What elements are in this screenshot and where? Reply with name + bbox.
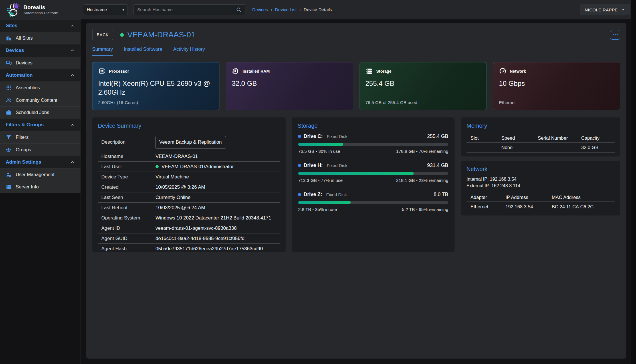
drive-z-remaining: 5.2 TB - 65% remaining (402, 207, 448, 212)
drive-z-row: Drive Z: Fixed Disk 8.0 TB 2.8 TB - 35% … (298, 187, 449, 216)
sidebar-section-filters-groups[interactable]: Filters & Groups (0, 119, 80, 131)
sidebar-item-scheduled-jobs[interactable]: Scheduled Jobs (0, 106, 80, 119)
storage-panel-title: Storage (298, 123, 449, 129)
stat-card-processor: Processor Intel(R) Xeon(R) CPU E5-2690 v… (92, 62, 219, 110)
chevron-up-icon (70, 48, 75, 53)
chevron-up-icon (70, 160, 75, 164)
brand-logo: Borealis Automation Platform (0, 2, 81, 17)
drive-z-used: 2.8 TB - 35% in use (298, 207, 337, 212)
more-actions-button[interactable] (610, 30, 620, 40)
processor-sub: 2.60GHz (16-Cores) (98, 100, 138, 105)
memory-table-header: Slot Speed Serial Number Capacity (467, 134, 615, 142)
sidebar-item-groups[interactable]: Groups (0, 143, 80, 156)
panels-row: Device Summary Description Hostname VEEA… (92, 117, 620, 252)
tab-installed-software[interactable]: Installed Software (124, 46, 162, 56)
brand-name: Borealis (23, 4, 58, 11)
drive-bullet-icon (298, 164, 301, 167)
stat-card-storage: Storage 255.4 GB 76.5 GB of 255.4 GB use… (360, 62, 487, 110)
sidebar-section-devices[interactable]: Devices (0, 44, 80, 57)
disks-icon (366, 68, 373, 75)
breadcrumb-devices[interactable]: Devices (252, 7, 268, 12)
grid-icon (6, 85, 12, 91)
drive-z-progressbar (298, 201, 448, 204)
storage-panel: Storage Drive C: Fixed Disk 255.4 GB 76.… (292, 117, 455, 252)
drive-h-row: Drive H: Fixed Disk 931.4 GB 713.3 GB - … (298, 158, 449, 187)
chevron-up-icon (70, 73, 75, 78)
hostname-filter-dropdown[interactable]: Hostname ▾ (83, 4, 128, 15)
summary-row-agent-hash: Agent Hash 05ba0e7935171d626ecea29b27d7a… (98, 244, 280, 254)
breadcrumb-separator: › (300, 7, 301, 12)
device-header: BACK VEEAM-DRAAS-01 (92, 29, 620, 40)
network-table-header: Adapter IP Address MAC Address (467, 193, 615, 202)
ram-icon (232, 68, 239, 75)
sidebar-item-user-management[interactable]: User Management (0, 168, 80, 181)
chevron-up-icon (70, 23, 75, 28)
stat-cards-row: Processor Intel(R) Xeon(R) CPU E5-2690 v… (92, 62, 620, 110)
breadcrumb-separator: › (271, 7, 272, 12)
hostname-search (134, 4, 245, 15)
top-bar: Borealis Automation Platform Hostname ▾ … (0, 0, 636, 19)
breadcrumb-device-list[interactable]: Device List (275, 7, 297, 12)
rabbit-logo-icon (6, 2, 21, 17)
network-table-row: Ethernet 192.168.3.54 BC:24:11:CA:C6:2C (467, 202, 615, 212)
briefcase-icon (6, 109, 12, 115)
sidebar-item-all-sites[interactable]: All Sites (0, 32, 80, 44)
device-tabs: Summary Installed Software Activity Hist… (92, 46, 620, 56)
online-status-dot (156, 165, 159, 168)
network-value: 10 Gbps (499, 79, 614, 88)
drive-c-row: Drive C: Fixed Disk 255.4 GB 76.5 GB - 3… (298, 129, 449, 158)
summary-row-last-reboot: Last Reboot 10/03/2025 @ 6:24 AM (98, 203, 280, 213)
sidebar-item-server-info[interactable]: Server Info (0, 181, 80, 193)
drive-c-used: 76.5 GB - 30% in use (298, 149, 340, 154)
summary-row-description: Description (98, 133, 280, 151)
user-gear-icon (6, 172, 12, 178)
memory-panel: Memory Slot Speed Serial Number Capacity… (461, 117, 620, 156)
description-input[interactable] (156, 136, 226, 149)
sidebar-item-community-content[interactable]: Community Content (0, 94, 80, 106)
search-icon[interactable] (236, 7, 242, 13)
scrollbar-track[interactable] (631, 0, 636, 364)
search-input[interactable] (137, 7, 236, 12)
user-name: NICOLE RAPPE (585, 7, 618, 12)
funnel-icon (6, 134, 12, 140)
summary-row-device-type: Device Type Virtual Machine (98, 172, 280, 182)
brand-tagline: Automation Platform (23, 11, 58, 15)
ram-value: 32.0 GB (232, 79, 347, 88)
tab-activity-history[interactable]: Activity History (173, 46, 205, 56)
people-icon (6, 97, 12, 103)
user-menu-button[interactable]: NICOLE RAPPE (580, 4, 630, 15)
group-icon (6, 147, 12, 153)
sidebar-section-sites[interactable]: Sites (0, 19, 80, 32)
memory-panel-title: Memory (467, 123, 615, 129)
online-status-dot (120, 33, 124, 37)
drive-c-progressbar (298, 143, 448, 146)
drive-bullet-icon (298, 135, 301, 138)
device-summary-title: Device Summary (98, 123, 280, 129)
breadcrumb-current: Device Details (304, 7, 332, 12)
tab-summary[interactable]: Summary (92, 46, 113, 56)
network-panel-title: Network (467, 166, 615, 172)
sidebar-item-devices[interactable]: Devices (0, 57, 80, 69)
summary-row-created: Created 10/05/2025 @ 3:26 AM (98, 182, 280, 192)
gauge-icon (499, 68, 506, 75)
sidebar: Sites All Sites Devices Devices Automati… (0, 19, 81, 364)
sidebar-section-admin-settings[interactable]: Admin Settings (0, 156, 80, 168)
storage-value: 255.4 GB (366, 79, 481, 88)
summary-row-last-seen: Last Seen Currently Online (98, 192, 280, 203)
summary-row-os: Operating System Windows 10 2022 Datacen… (98, 213, 280, 223)
sidebar-section-automation[interactable]: Automation (0, 69, 80, 82)
chevron-up-icon (70, 123, 75, 127)
internal-ip: Internal IP: 192.168.3.54 (467, 176, 615, 182)
back-button[interactable]: BACK (92, 30, 113, 40)
processor-value: Intel(R) Xeon(R) CPU E5-2690 v3 @ 2.60GH… (98, 79, 213, 97)
chevron-down-icon (621, 7, 625, 12)
summary-row-agent-guid: Agent GUID de16c0c1-8aa2-4d18-9585-9ce91… (98, 233, 280, 244)
sidebar-item-filters[interactable]: Filters (0, 131, 80, 144)
storage-sub: 76.5 GB of 255.4 GB used (366, 100, 417, 105)
stat-card-ram: Installed RAM 32.0 GB (226, 62, 353, 110)
drive-h-remaining: 218.1 GB - 23% remaining (396, 178, 448, 183)
cpu-icon (98, 68, 106, 75)
server-icon (6, 184, 12, 190)
sidebar-item-assemblies[interactable]: Assemblies (0, 82, 80, 94)
device-summary-panel: Device Summary Description Hostname VEEA… (92, 117, 286, 252)
